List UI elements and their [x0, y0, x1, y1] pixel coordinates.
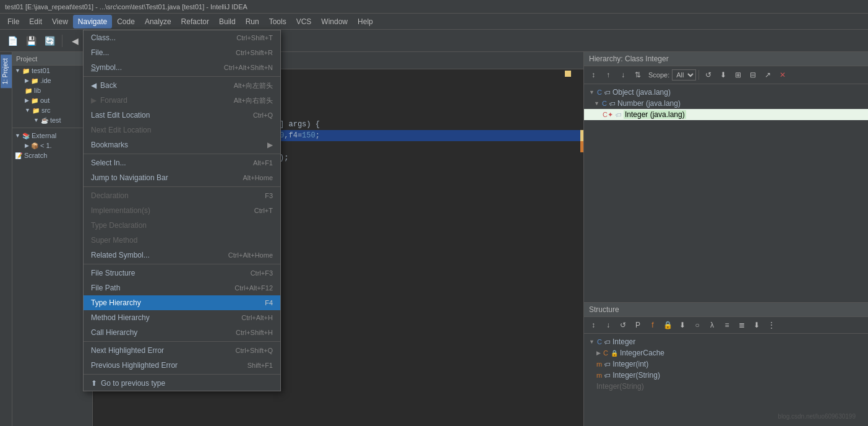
- s-btn-align2[interactable]: ≣: [735, 318, 749, 332]
- title-bar: test01 [E:\java_repeat\test01] - ...\src…: [0, 0, 868, 14]
- external-icon: 📚: [22, 133, 30, 139]
- s-btn-p[interactable]: P: [631, 318, 645, 332]
- sidebar-item-out[interactable]: ▶ 📁 out: [12, 95, 92, 105]
- sidebar-item-src[interactable]: ▼ 📁 src: [12, 105, 92, 115]
- nav-go-prev-type[interactable]: ⬆ Go to previous type: [84, 376, 280, 391]
- h-btn-4[interactable]: ⇅: [631, 68, 645, 82]
- nav-symbol[interactable]: Symbol... Ctrl+Alt+Shift+N: [84, 60, 280, 75]
- menu-window[interactable]: Window: [316, 15, 353, 28]
- dropdown-sep-6: [84, 374, 280, 375]
- nav-related-symbol[interactable]: Related Symbol... Ctrl+Alt+Home: [84, 248, 280, 263]
- nav-type-hierarchy[interactable]: Type Hierarchy F4: [84, 295, 280, 310]
- menu-help[interactable]: Help: [353, 15, 378, 28]
- toolbar-save-btn[interactable]: 💾: [22, 32, 40, 50]
- s-btn-lock[interactable]: 🔒: [661, 318, 674, 332]
- sidebar-scratch[interactable]: 📝 Scratch: [12, 150, 92, 160]
- s-btn-circle[interactable]: ○: [690, 318, 704, 332]
- nav-select-in[interactable]: Select In... Alt+F1: [84, 155, 280, 170]
- s-btn-more[interactable]: ⋮: [765, 318, 778, 332]
- nav-file-label: File...: [91, 48, 223, 57]
- menu-build[interactable]: Build: [214, 15, 241, 28]
- h-btn-1[interactable]: ↕: [587, 68, 600, 82]
- s-tree-integer-string2[interactable]: Integer(String): [584, 381, 868, 392]
- h-btn-jump[interactable]: ↗: [761, 68, 775, 82]
- s-btn-f[interactable]: f: [646, 318, 660, 332]
- nav-declaration-shortcut: F3: [265, 192, 273, 199]
- s-tree-integer-int[interactable]: m 🏷 Integer(int): [584, 359, 868, 370]
- nav-type-hierarchy-shortcut: F4: [265, 299, 273, 306]
- s-btn-lambda[interactable]: λ: [705, 318, 719, 332]
- menu-code[interactable]: Code: [112, 15, 140, 28]
- h-tree-integer-label: Integer (java.lang): [624, 110, 686, 119]
- s-btn-arrow-down[interactable]: ⬇: [676, 318, 689, 332]
- menu-navigate[interactable]: Navigate: [73, 15, 112, 28]
- menu-file[interactable]: File: [2, 15, 24, 28]
- nav-file-structure[interactable]: File Structure Ctrl+F3: [84, 266, 280, 280]
- nav-bookmarks[interactable]: Bookmarks ▶: [84, 137, 280, 152]
- menu-run[interactable]: Run: [241, 15, 264, 28]
- h-btn-expand[interactable]: ⊞: [731, 68, 745, 82]
- h-btn-refresh[interactable]: ↺: [702, 68, 715, 82]
- sidebar-rt-jar[interactable]: ▶ 📦 < 1.: [12, 141, 92, 150]
- h-btn-collapse[interactable]: ⊟: [746, 68, 760, 82]
- nav-file-path[interactable]: File Path Ctrl+Alt+F12: [84, 280, 280, 295]
- nav-call-hierarchy[interactable]: Call Hierarchy Ctrl+Shift+H: [84, 325, 280, 340]
- s-cache-class-icon: C: [603, 349, 608, 357]
- nav-super-method: Super Method: [84, 233, 280, 248]
- object-class-icon: C: [597, 89, 602, 96]
- h-btn-export[interactable]: ⬇: [716, 68, 730, 82]
- title-text: test01 [E:\java_repeat\test01] - ...\src…: [5, 3, 247, 11]
- s-btn-1[interactable]: ↕: [587, 318, 600, 332]
- nav-next-error[interactable]: Next Highlighted Error Ctrl+Shift+Q: [84, 343, 280, 358]
- nav-back[interactable]: ◀ Back Alt+向左箭头: [84, 78, 280, 93]
- h-btn-2[interactable]: ↑: [601, 68, 615, 82]
- nav-jump-nav-bar[interactable]: Jump to Navigation Bar Alt+Home: [84, 170, 280, 185]
- menu-refactor[interactable]: Refactor: [176, 15, 214, 28]
- h-tree-integer[interactable]: C✦ 🏷 Integer (java.lang): [584, 109, 868, 120]
- nav-prev-error[interactable]: Previous Highlighted Error Shift+F1: [84, 358, 280, 373]
- h-tree-object[interactable]: ▼ C 🏷 Object (java.lang): [584, 87, 868, 98]
- scope-label: Scope:: [648, 71, 669, 79]
- sidebar-item-test[interactable]: ▼ ☕ test: [12, 115, 92, 125]
- s-tree-integer-string[interactable]: m 🏷 Integer(String): [584, 370, 868, 381]
- menu-analyze[interactable]: Analyze: [140, 15, 176, 28]
- nav-prev-error-label: Previous Highlighted Error: [91, 361, 235, 370]
- nav-type-decl: Type Declaration: [84, 218, 280, 233]
- src-arrow-icon: ▼: [25, 107, 30, 113]
- h-tree-number[interactable]: ▼ C 🏷 Number (java.lang): [584, 98, 868, 109]
- sidebar-item-lib[interactable]: 📁 lib: [12, 85, 92, 95]
- s-btn-export[interactable]: ⬇: [750, 318, 763, 332]
- s-tree-integer-cache[interactable]: ▶ C 🔒 IntegerCache: [584, 347, 868, 359]
- sidebar-external[interactable]: ▼ 📚 External: [12, 131, 92, 141]
- sidebar-item-ide[interactable]: ▶ 📁 .ide: [12, 76, 92, 85]
- ide-arrow-icon: ▶: [25, 77, 29, 84]
- menu-edit[interactable]: Edit: [24, 15, 47, 28]
- nav-method-hierarchy[interactable]: Method Hierarchy Ctrl+Alt+H: [84, 310, 280, 325]
- back-arrow-icon: ◀: [91, 81, 97, 90]
- toolbar-back-btn[interactable]: ◀: [66, 32, 84, 50]
- nav-symbol-shortcut: Ctrl+Alt+Shift+N: [224, 64, 273, 71]
- nav-file[interactable]: File... Ctrl+Shift+R: [84, 45, 280, 60]
- menu-vcs[interactable]: VCS: [291, 15, 317, 28]
- nav-symbol-label: Symbol...: [91, 63, 212, 72]
- rtjar-icon: 📦: [31, 142, 38, 149]
- nav-type-hierarchy-label: Type Hierarchy: [91, 298, 252, 307]
- project-tab-label[interactable]: 1: Project: [1, 54, 12, 88]
- s-btn-align[interactable]: ≡: [720, 318, 734, 332]
- s-btn-3[interactable]: ↺: [616, 318, 630, 332]
- sidebar-root[interactable]: ▼ 📁 test01: [12, 66, 92, 76]
- menu-tools[interactable]: Tools: [264, 15, 291, 28]
- nav-class[interactable]: Class... Ctrl+Shift+T: [84, 30, 280, 45]
- s-btn-2[interactable]: ↓: [601, 318, 615, 332]
- h-btn-3[interactable]: ↓: [616, 68, 630, 82]
- s-tree-integer[interactable]: ▼ C 🏷 Integer: [584, 336, 868, 347]
- structure-toolbar: ↕ ↓ ↺ P f 🔒 ⬇ ○ λ ≡ ≣ ⬇ ⋮: [584, 317, 868, 334]
- nav-call-hierarchy-shortcut: Ctrl+Shift+H: [236, 329, 273, 336]
- object-tag-icon: 🏷: [604, 89, 611, 96]
- h-btn-close[interactable]: ✕: [776, 68, 789, 82]
- toolbar-new-btn[interactable]: 📄: [4, 32, 21, 50]
- toolbar-sync-btn[interactable]: 🔄: [41, 32, 58, 50]
- nav-last-edit[interactable]: Last Edit Location Ctrl+Q: [84, 108, 280, 123]
- menu-view[interactable]: View: [47, 15, 73, 28]
- scope-select[interactable]: All: [672, 69, 696, 80]
